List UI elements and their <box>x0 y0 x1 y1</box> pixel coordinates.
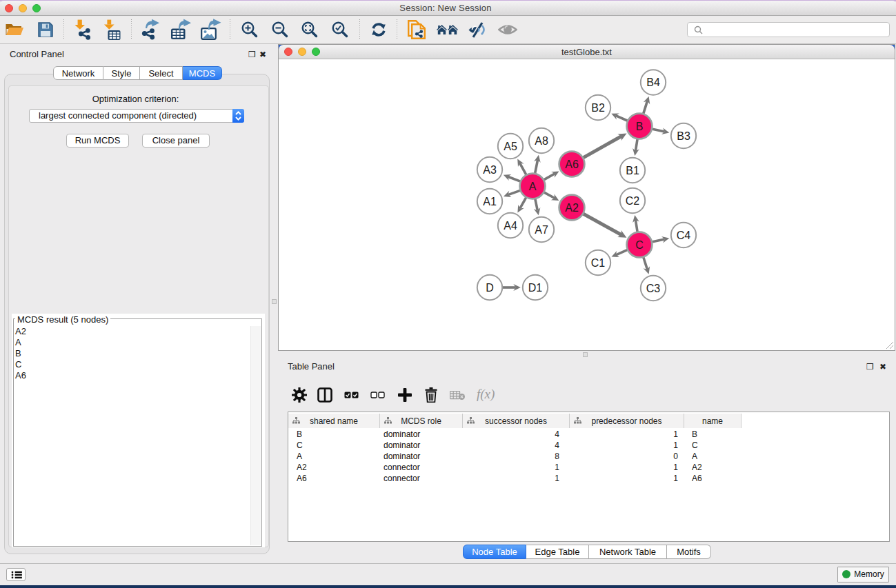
svg-text:C4: C4 <box>677 230 691 241</box>
svg-text:A2: A2 <box>565 202 579 214</box>
svg-text:D1: D1 <box>528 282 543 294</box>
svg-text:A7: A7 <box>535 224 548 236</box>
svg-text:C1: C1 <box>591 257 606 269</box>
svg-text:A8: A8 <box>535 135 548 147</box>
svg-text:C: C <box>635 239 644 251</box>
svg-text:B4: B4 <box>646 77 660 88</box>
svg-text:C3: C3 <box>646 283 661 294</box>
svg-text:A3: A3 <box>483 164 497 176</box>
svg-text:A6: A6 <box>565 159 579 170</box>
svg-text:A: A <box>529 181 537 192</box>
svg-text:A4: A4 <box>504 220 517 232</box>
svg-text:B1: B1 <box>626 165 639 176</box>
svg-text:A1: A1 <box>483 196 497 207</box>
svg-text:C2: C2 <box>626 195 640 207</box>
svg-text:A5: A5 <box>504 141 517 152</box>
svg-text:B: B <box>636 121 644 132</box>
svg-text:B3: B3 <box>677 130 690 142</box>
svg-text:B2: B2 <box>591 102 605 114</box>
svg-text:D: D <box>486 282 494 294</box>
